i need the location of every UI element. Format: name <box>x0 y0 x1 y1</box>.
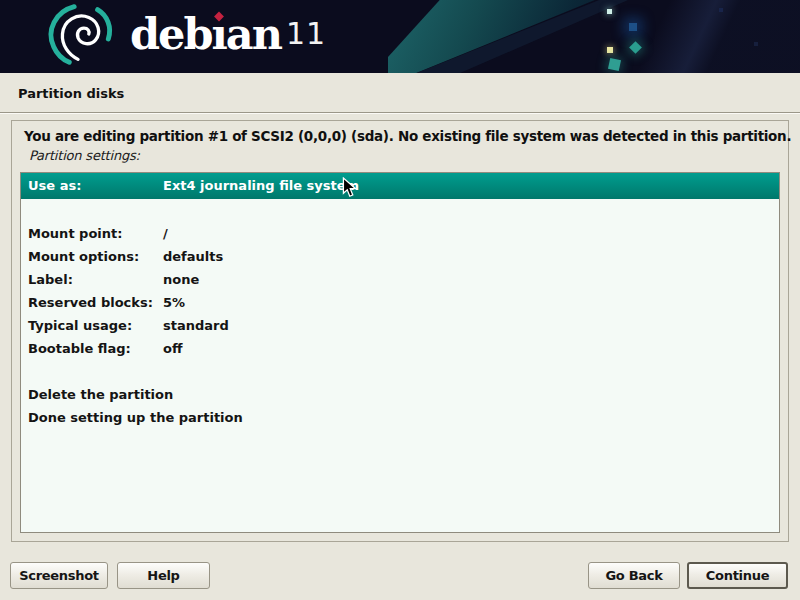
list-item[interactable]: Use as:Ext4 journaling file system <box>21 173 779 199</box>
banner-sparkle <box>719 8 723 12</box>
list-item <box>21 360 779 383</box>
banner-sparkle <box>608 58 621 71</box>
list-item <box>21 199 779 222</box>
debian-banner: debıan 11 <box>0 0 800 73</box>
partition-settings-list[interactable]: Use as:Ext4 journaling file systemMount … <box>20 172 780 533</box>
list-item[interactable]: Mount options:defaults <box>21 245 779 268</box>
item-value: Ext4 journaling file system <box>163 178 359 193</box>
go-back-button[interactable]: Go Back <box>588 562 680 589</box>
list-item[interactable]: Mount point:/ <box>21 222 779 245</box>
list-item[interactable]: Bootable flag:off <box>21 337 779 360</box>
list-item[interactable]: Done setting up the partition <box>21 406 779 429</box>
help-button[interactable]: Help <box>117 562 210 589</box>
continue-button[interactable]: Continue <box>687 562 788 589</box>
list-item[interactable]: Delete the partition <box>21 383 779 406</box>
debian-wordmark: debıan <box>130 9 281 61</box>
item-label: Typical usage: <box>28 314 163 337</box>
item-label: Label: <box>28 268 163 291</box>
banner-decoration-band <box>600 0 800 73</box>
page-title: Partition disks <box>18 86 124 101</box>
item-value: standard <box>163 318 229 333</box>
list-item[interactable]: Typical usage:standard <box>21 314 779 337</box>
item-value: / <box>163 226 168 241</box>
partition-settings-label: Partition settings: <box>29 148 140 163</box>
header-divider <box>0 112 800 114</box>
item-label: Delete the partition <box>28 383 163 406</box>
banner-sparkle <box>607 47 613 53</box>
banner-sparkle <box>754 42 758 46</box>
item-value: defaults <box>163 249 223 264</box>
mouse-cursor-icon <box>342 177 359 199</box>
debian-swirl-logo-icon <box>42 2 120 68</box>
banner-sparkle <box>629 23 637 31</box>
item-value: 5% <box>163 295 185 310</box>
item-label: Reserved blocks: <box>28 291 163 314</box>
wordmark-text: deb <box>130 9 212 59</box>
content-frame: You are editing partition #1 of SCSI2 (0… <box>11 120 789 542</box>
banner-sparkle <box>607 9 612 14</box>
item-label: Mount options: <box>28 245 163 268</box>
list-item[interactable]: Label:none <box>21 268 779 291</box>
item-label: Use as: <box>28 173 163 199</box>
item-label: Bootable flag: <box>28 337 163 360</box>
item-label: Mount point: <box>28 222 163 245</box>
debian-version: 11 <box>286 16 326 51</box>
wordmark-i: ı <box>212 9 226 59</box>
item-label: Done setting up the partition <box>28 406 163 429</box>
wordmark-text: an <box>226 9 281 59</box>
screenshot-button[interactable]: Screenshot <box>10 562 108 589</box>
item-value: off <box>163 341 182 356</box>
page-header: Partition disks <box>0 73 800 112</box>
item-value: none <box>163 272 199 287</box>
list-item[interactable]: Reserved blocks:5% <box>21 291 779 314</box>
info-message: You are editing partition #1 of SCSI2 (0… <box>24 128 780 144</box>
